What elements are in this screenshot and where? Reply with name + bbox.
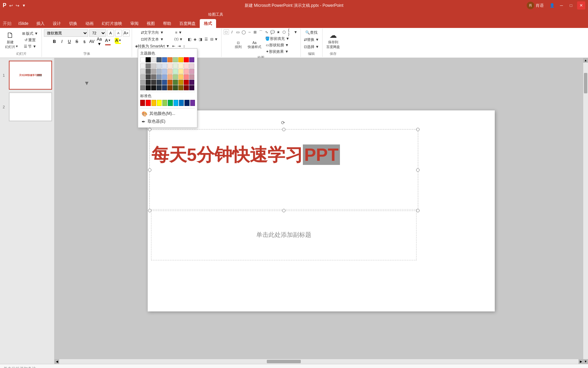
handle-top-right[interactable]: [416, 128, 420, 131]
std-color-5[interactable]: [168, 100, 173, 106]
shade-4-6[interactable]: [173, 85, 178, 90]
replace-button[interactable]: ⇄ 替换 ▼: [303, 36, 320, 43]
shade-2-3[interactable]: [157, 74, 162, 79]
shade-1-8[interactable]: [184, 69, 189, 74]
notes-bar[interactable]: 单击此处添加备注: [0, 364, 588, 368]
shape-outline-button[interactable]: ▭ 形状轮廓 ▼: [264, 42, 291, 48]
shade-3-9[interactable]: [189, 80, 194, 85]
shade-4-7[interactable]: [178, 85, 183, 90]
shape-flow[interactable]: ⬡: [281, 29, 287, 35]
color-white[interactable]: [140, 57, 145, 62]
tab-format[interactable]: 格式: [200, 19, 216, 28]
bullets-button[interactable]: ≡ ▼: [171, 29, 186, 35]
shade-3-2[interactable]: [151, 80, 156, 85]
handle-mid-left[interactable]: [148, 168, 151, 172]
shade-4-8[interactable]: [184, 85, 189, 90]
shape-arrow[interactable]: →: [247, 29, 252, 35]
vscroll-down[interactable]: ▼: [583, 359, 588, 364]
columns-button[interactable]: ⊟ ▼: [209, 36, 219, 42]
new-slide-button[interactable]: 🗋 新建 幻灯片 ▼: [3, 30, 20, 50]
tab-help[interactable]: 帮助: [159, 19, 175, 28]
std-color-9[interactable]: [190, 100, 195, 106]
tab-home[interactable]: 开始: [0, 19, 14, 28]
shade-2-8[interactable]: [184, 74, 189, 79]
shape-dropdown-btn[interactable]: ▼: [293, 29, 298, 35]
layout-button[interactable]: ⊞ 版式 ▼: [21, 31, 39, 37]
shade-4-3[interactable]: [157, 85, 162, 90]
shade-2-0[interactable]: [140, 74, 145, 79]
shade-0-2[interactable]: [151, 63, 156, 68]
shade-3-4[interactable]: [162, 80, 167, 85]
handle-mid-right[interactable]: [416, 168, 420, 172]
shade-0-7[interactable]: [178, 63, 183, 68]
shape-selector[interactable]: □: [224, 29, 229, 35]
shade-0-0[interactable]: [140, 63, 145, 68]
tab-baidu[interactable]: 百度网盘: [175, 19, 200, 28]
shape-effects-button[interactable]: ✦ 形状效果 ▼: [264, 48, 291, 55]
profile-icon[interactable]: 👤: [548, 1, 556, 10]
std-color-8[interactable]: [184, 100, 189, 106]
shape-callout[interactable]: 💬: [270, 29, 275, 35]
shade-2-1[interactable]: [146, 74, 151, 79]
shape-line[interactable]: /: [229, 29, 235, 35]
shade-0-3[interactable]: [157, 63, 162, 68]
slide-thumb-1[interactable]: 天5分钟快速学习PPT: [9, 61, 52, 90]
std-color-4[interactable]: [162, 100, 167, 106]
numbering-button[interactable]: ⑴ ▼: [171, 36, 186, 42]
hscroll-left[interactable]: ◀: [54, 359, 59, 364]
shadow-button[interactable]: s: [81, 38, 88, 45]
handle-top-left[interactable]: [148, 128, 151, 131]
vscroll-up[interactable]: ▲: [583, 58, 588, 63]
shade-4-9[interactable]: [189, 85, 194, 90]
highlight-color-button[interactable]: A ▼: [114, 38, 122, 45]
std-color-6[interactable]: [174, 100, 178, 106]
color-red[interactable]: [184, 57, 189, 62]
shade-2-5[interactable]: [167, 74, 173, 79]
shade-3-1[interactable]: [146, 80, 151, 85]
shade-1-7[interactable]: [178, 69, 183, 74]
vertical-scrollbar[interactable]: ▲ ▼: [583, 58, 588, 364]
eyedropper-button[interactable]: ✒ 取色器(E): [140, 118, 195, 125]
std-color-1[interactable]: [146, 100, 150, 106]
slide-thumb-2[interactable]: [9, 92, 52, 121]
shade-0-9[interactable]: [189, 63, 194, 68]
tab-transition[interactable]: 切换: [65, 19, 81, 28]
hscroll-right[interactable]: ▶: [578, 359, 583, 364]
rotation-handle[interactable]: ⟳: [281, 120, 285, 125]
font-color-button[interactable]: A ▼: [103, 38, 112, 45]
shade-1-2[interactable]: [151, 69, 156, 74]
shade-0-6[interactable]: [173, 63, 178, 68]
align-right-button[interactable]: ◨: [198, 36, 203, 42]
color-gold[interactable]: [178, 57, 183, 62]
hscroll-track[interactable]: [59, 359, 578, 364]
vscroll-track[interactable]: [583, 63, 588, 359]
handle-top-mid[interactable]: [282, 128, 285, 131]
shade-3-5[interactable]: [167, 80, 173, 85]
minimize-button[interactable]: ─: [557, 1, 566, 10]
slide-canvas[interactable]: ⟳ 每天5分钟快速学习PPT 单击此处添加副标题: [148, 110, 495, 311]
shape-oval[interactable]: ◯: [241, 29, 246, 35]
std-color-7[interactable]: [179, 100, 184, 106]
tab-islide[interactable]: iSlide: [14, 19, 32, 28]
shade-2-6[interactable]: [173, 74, 178, 79]
shade-4-4[interactable]: [162, 85, 167, 90]
shade-0-1[interactable]: [146, 63, 151, 68]
tab-insert[interactable]: 插入: [32, 19, 49, 28]
shape-action[interactable]: { }: [287, 29, 293, 35]
shade-4-2[interactable]: [151, 85, 156, 90]
quick-styles-button[interactable]: Aa 快速样式: [246, 36, 263, 54]
section-button[interactable]: ☰ 节 ▼: [21, 44, 39, 50]
shade-1-9[interactable]: [189, 69, 194, 74]
shade-3-8[interactable]: [184, 80, 189, 85]
underline-button[interactable]: U: [66, 38, 73, 45]
title-textbox[interactable]: ⟳ 每天5分钟快速学习PPT: [149, 129, 418, 211]
new-slide-dropdown-icon[interactable]: ▼: [15, 45, 18, 48]
hscroll-thumb[interactable]: [267, 360, 301, 363]
std-color-3[interactable]: [157, 100, 162, 106]
horizontal-scrollbar[interactable]: ◀ ▶: [54, 359, 583, 364]
shape-bend[interactable]: ∿: [264, 29, 270, 35]
color-purple[interactable]: [189, 57, 194, 62]
vscroll-thumb[interactable]: [584, 73, 587, 93]
subtitle-textbox[interactable]: 单击此处添加副标题: [151, 209, 416, 260]
color-blue[interactable]: [162, 57, 167, 62]
